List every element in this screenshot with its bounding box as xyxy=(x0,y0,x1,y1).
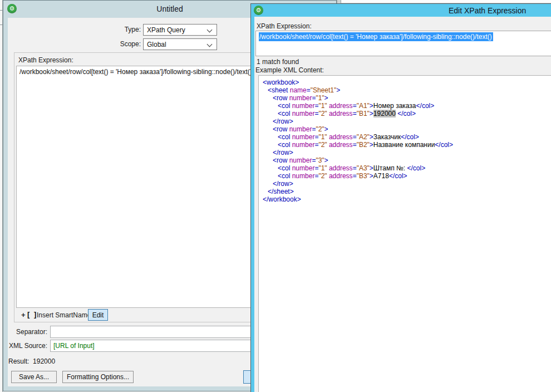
scope-dropdown-value: Global xyxy=(147,41,166,48)
xml-line: <row number="1"> xyxy=(263,94,551,102)
edit-button[interactable]: Edit xyxy=(88,309,108,321)
xml-line: <col number="2" address="B2">Название ко… xyxy=(263,141,551,149)
selected-xpath-text: /workbook/sheet/row/col[text() = 'Номер … xyxy=(259,32,493,41)
separator-label: Separator: xyxy=(8,328,47,336)
xpath-expression-label: XPath Expression: xyxy=(257,22,312,30)
type-dropdown-value: XPath Query xyxy=(147,26,185,34)
xml-line: </sheet> xyxy=(263,188,551,195)
result-label: Result: xyxy=(8,357,29,365)
xml-line: <col number="2" address="B1">192000 </co… xyxy=(263,110,551,117)
xml-line: <col number="2" address="B3">A718</col> xyxy=(263,172,551,180)
xml-line: <col number="1" address="A2">Заказчик</c… xyxy=(263,133,551,141)
match-status: 1 match found xyxy=(257,58,299,66)
xml-content: <workbook><sheet name="Sheet1"><row numb… xyxy=(259,76,551,203)
edit-xpath-titlebar[interactable]: ⚙ Edit XPath Expression xyxy=(251,4,551,17)
xml-line: </row> xyxy=(263,180,551,188)
scope-dropdown[interactable]: Global xyxy=(143,38,217,50)
save-as-button[interactable]: Save As... xyxy=(11,371,57,383)
xpath-expression-textarea[interactable]: /workbook/sheet/row/col[text() = 'Номер … xyxy=(255,31,551,56)
chevron-down-icon xyxy=(207,42,213,47)
edit-xpath-dialog-body: XPath Expression: /workbook/sheet/row/co… xyxy=(254,17,551,392)
xml-line: <sheet name="Sheet1"> xyxy=(263,86,551,94)
result-value: 192000 xyxy=(33,357,55,365)
example-xml-box[interactable]: <workbook><sheet name="Sheet1"><row numb… xyxy=(258,75,551,392)
gear-icon: ⚙ xyxy=(254,6,263,15)
xml-line: <col number="1" address="A3">Штамп №: </… xyxy=(263,164,551,172)
plus-icon[interactable]: + xyxy=(21,311,26,319)
xml-source-smartname-token: [URL of Input] xyxy=(53,342,95,350)
xml-line: <col number="1" address="A1">Номер заказ… xyxy=(263,102,551,110)
desktop: ⚙ Untitled Type: XPath Query Scope: Glob… xyxy=(0,0,551,392)
chevron-down-icon xyxy=(207,27,213,33)
edit-xpath-dialog: ⚙ Edit XPath Expression XPath Expression… xyxy=(250,3,551,392)
window-title: Edit XPath Expression xyxy=(449,6,526,15)
xml-source-label: XML Source: xyxy=(8,342,47,350)
xml-line: </row> xyxy=(263,117,551,125)
scope-label: Scope: xyxy=(85,40,141,48)
result-line: Result: 192000 xyxy=(8,357,55,365)
xml-line: <row number="2"> xyxy=(263,125,551,133)
formatting-options-button[interactable]: Formatting Options... xyxy=(62,371,134,383)
xml-line: </row> xyxy=(263,149,551,156)
example-xml-label: Example XML Content: xyxy=(255,66,324,74)
insert-smartname-label[interactable]: Insert SmartName xyxy=(37,311,91,319)
xpath-expression-label: XPath Expression: xyxy=(18,56,73,64)
xpath-expression-text: /workbook/sheet/row/col[text() = 'Номер … xyxy=(19,68,252,76)
type-label: Type: xyxy=(85,26,141,33)
xml-line: <workbook> xyxy=(263,79,551,86)
xml-line: </workbook> xyxy=(263,195,551,203)
type-dropdown[interactable]: XPath Query xyxy=(143,24,217,36)
smartname-brackets-icon[interactable]: [ ] xyxy=(27,310,37,318)
xml-line: <row number="3"> xyxy=(263,156,551,164)
